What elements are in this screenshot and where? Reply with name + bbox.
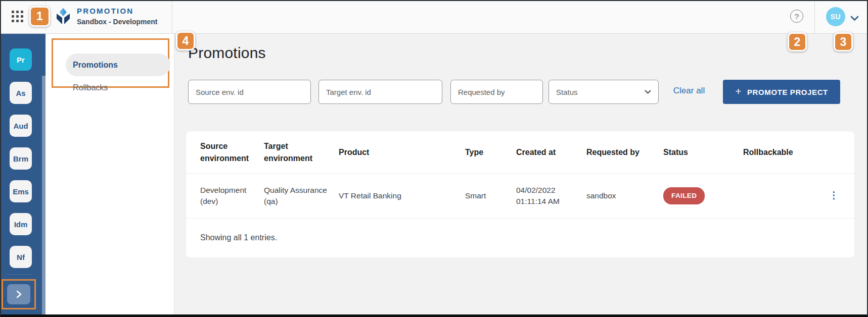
col-product: Product [339, 146, 465, 159]
col-source-environment: Source environment [200, 140, 264, 165]
nav-item-promotions[interactable]: Promotions [66, 54, 170, 76]
plus-icon: + [735, 85, 742, 97]
annotation-box-expand [2, 279, 36, 309]
cell-actions: ⋮ [825, 190, 854, 201]
user-avatar[interactable]: SU [826, 7, 845, 26]
header-divider [814, 0, 815, 33]
cell-product: VT Retail Banking [339, 190, 465, 201]
annotation-badge-3: 3 [834, 32, 853, 51]
sidebar-item-as[interactable]: As [10, 82, 32, 104]
table-footer-text: Showing all 1 entries. [200, 233, 277, 242]
promotions-table-card: Source environment Target environment Pr… [186, 131, 854, 257]
help-icon[interactable]: ? [790, 10, 803, 23]
user-menu-chevron-down-icon[interactable] [850, 14, 859, 23]
cell-status: FAILED [663, 187, 743, 204]
status-select-label: Status [556, 88, 578, 96]
sidebar-divider [8, 274, 31, 275]
cell-created-at: 04/02/2022 01:11:14 AM [516, 185, 586, 207]
sidebar-scrollbar[interactable] [42, 76, 45, 317]
sidebar-item-ems[interactable]: Ems [10, 180, 32, 202]
annotation-badge-4: 4 [176, 31, 195, 50]
page-title: Promotions [188, 44, 266, 62]
sidebar-item-nf[interactable]: Nf [10, 246, 32, 268]
col-created-at: Created at [516, 146, 586, 159]
source-env-id-input[interactable] [188, 80, 311, 104]
cell-type: Smart [465, 190, 516, 201]
avatar-initials: SU [831, 13, 841, 21]
row-actions-kebab-icon[interactable]: ⋮ [825, 188, 843, 202]
col-rollbackable: Rollbackable [743, 146, 825, 159]
table-footer: Showing all 1 entries. [186, 219, 854, 257]
chevron-down-icon [645, 90, 651, 94]
sidebar-item-brm[interactable]: Brm [10, 147, 32, 170]
nav-item-rollbacks[interactable]: Rollbacks [73, 83, 108, 92]
main-content: Promotions Status Clear all + PROMOTE PR… [174, 33, 868, 317]
cell-target-environment: Quality Assurance (qa) [264, 185, 339, 207]
sidebar-item-pr[interactable]: Pr [10, 48, 32, 71]
backbase-logo-icon [55, 8, 72, 27]
table-header-row: Source environment Target environment Pr… [186, 131, 854, 174]
cell-requested-by: sandbox [586, 190, 663, 201]
clear-all-link[interactable]: Clear all [664, 86, 714, 96]
help-glyph: ? [795, 12, 799, 21]
promotion-app-window: PROMOTION Sandbox - Development ? SU 1 2… [0, 0, 868, 317]
sidebar-item-aud[interactable]: Aud [10, 115, 32, 137]
secondary-nav: Promotions Rollbacks [45, 33, 174, 317]
header-divider [172, 0, 172, 33]
col-type: Type [465, 146, 516, 159]
annotation-badge-2: 2 [788, 32, 807, 51]
sidebar-item-idm[interactable]: Idm [10, 213, 32, 235]
sidebar-expand-button[interactable] [7, 284, 30, 304]
status-badge-failed: FAILED [663, 187, 705, 204]
app-title: PROMOTION [77, 7, 157, 16]
table-row: Development (dev) Quality Assurance (qa)… [186, 174, 854, 219]
col-requested-by: Requested by [586, 146, 663, 159]
annotation-badge-1: 1 [29, 6, 50, 27]
col-status: Status [663, 146, 743, 159]
target-env-id-input[interactable] [318, 80, 442, 104]
col-target-environment: Target environment [264, 140, 339, 165]
app-switcher-grid-icon[interactable] [12, 11, 25, 24]
app-sidebar: Pr As Aud Brm Ems Idm Nf [0, 33, 45, 317]
app-subtitle: Sandbox - Development [77, 18, 157, 27]
promote-project-label: PROMOTE PROJECT [747, 88, 828, 96]
promote-project-button[interactable]: + PROMOTE PROJECT [723, 80, 840, 104]
requested-by-input[interactable] [450, 80, 543, 104]
chevron-right-icon [15, 289, 22, 299]
cell-source-environment: Development (dev) [200, 185, 264, 207]
annotation-box-nav: Promotions Rollbacks [52, 38, 169, 88]
status-select[interactable]: Status [549, 80, 659, 104]
app-header: PROMOTION Sandbox - Development ? SU [0, 0, 868, 34]
